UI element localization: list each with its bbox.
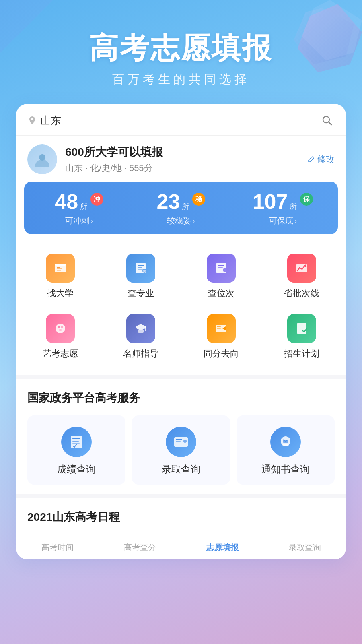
badge-rush: 冲 [90,193,103,206]
notice-query-label: 通知书查询 [261,463,310,476]
user-info: 600所大学可以填报 山东 · 化/史/地 · 555分 [65,144,307,174]
stats-banner: 48 所 冲 可冲刺 › 23 所 稳 较稳妥 › 107 [24,182,338,234]
tab-admission-query[interactable]: 录取查询 [263,540,346,555]
bottom-tabs: 高考时间 高考查分 志原填报 录取查询 [16,533,346,559]
stat-stable-number: 23 [157,191,180,212]
main-card: 山东 600所大学可以填报 山东 · 化/史/地 · 555分 修改 [16,104,346,559]
func-batch-line[interactable]: 省批次线 [261,246,342,307]
edit-button[interactable]: 修改 [307,153,335,165]
tab-volunteer-fill[interactable]: 志原填报 [181,540,263,555]
enrollment-plan-label: 招生计划 [284,348,319,360]
teacher-guide-icon [126,314,155,343]
search-bar: 山东 [16,104,346,136]
svg-rect-22 [223,268,226,272]
stat-rush-label: 可冲刺 › [28,215,130,226]
svg-rect-16 [138,269,143,270]
svg-rect-32 [145,326,146,331]
divider-1 [16,375,346,379]
svg-rect-39 [298,328,303,328]
divider-2 [16,494,346,498]
stat-stable[interactable]: 23 所 稳 较稳妥 › [130,191,232,226]
svg-rect-46 [176,439,182,440]
service-score-query[interactable]: 成绩查询 [27,415,125,485]
badge-stable: 稳 [192,193,205,206]
university-count: 600所大学可以填报 [65,144,307,160]
search-button[interactable] [319,113,335,128]
find-major-icon [126,254,155,283]
func-same-score[interactable]: 同分去向 [181,307,261,367]
func-find-rank[interactable]: 查位次 [181,246,261,307]
svg-rect-47 [176,441,181,442]
svg-line-6 [329,122,331,125]
service-admission-query[interactable]: 录取查询 [132,415,230,485]
svg-rect-40 [298,330,304,330]
svg-rect-38 [298,326,305,326]
stat-stable-label: 较稳妥 › [130,215,232,226]
admission-query-label: 录取查询 [162,463,200,476]
tab-score-check[interactable]: 高考查分 [99,540,181,555]
schedule-title: 2021山东高考日程 [27,510,335,525]
location-icon [27,116,37,125]
stat-safe-label: 可保底 › [232,215,334,226]
svg-point-27 [61,326,63,328]
svg-rect-12 [57,270,61,271]
svg-rect-41 [71,436,82,448]
svg-rect-48 [183,440,187,443]
stat-rush-number: 48 [55,191,78,212]
svg-rect-31 [138,330,144,333]
service-grid: 成绩查询 录取查询 [27,415,335,485]
svg-point-26 [58,326,60,328]
func-find-university[interactable]: 找大学 [20,246,101,307]
same-score-label: 同分去向 [204,348,239,360]
same-score-icon [207,314,236,343]
stat-rush-unit: 所 [80,202,87,211]
svg-rect-44 [72,443,80,444]
badge-safe: 保 [300,193,313,206]
svg-rect-20 [218,265,224,266]
svg-rect-15 [138,267,142,268]
gov-services-section: 国家政务平台高考服务 成绩查询 [16,379,346,494]
svg-rect-14 [138,265,144,266]
location-text: 山东 [40,114,319,128]
stat-safe[interactable]: 107 所 保 可保底 › [232,191,334,226]
svg-rect-35 [217,326,221,327]
stat-safe-number: 107 [253,191,288,212]
sub-title: 百万考生的共同选择 [0,71,362,88]
service-notice-query[interactable]: 通知书查询 [237,415,335,485]
stat-safe-unit: 所 [290,202,297,211]
score-query-icon [61,427,92,457]
chevron-icon-3: › [295,217,297,225]
main-title: 高考志愿填报 [0,32,362,64]
notice-query-icon [270,427,301,457]
art-volunteer-label: 艺考志愿 [43,348,78,360]
user-section: 600所大学可以填报 山东 · 化/史/地 · 555分 修改 [16,136,346,182]
svg-rect-11 [57,268,62,269]
svg-rect-21 [218,267,223,268]
svg-marker-30 [136,324,146,330]
svg-point-18 [143,270,146,272]
tab-exam-time[interactable]: 高考时间 [16,540,99,555]
batch-line-icon [287,254,316,283]
func-enrollment-plan[interactable]: 招生计划 [261,307,342,367]
svg-rect-51 [282,444,289,446]
func-find-major[interactable]: 查专业 [101,246,181,307]
svg-rect-42 [72,438,80,439]
chevron-icon: › [91,217,93,225]
svg-rect-36 [217,328,221,329]
teacher-guide-label: 名师指导 [123,348,158,360]
edit-label: 修改 [317,153,335,165]
func-art-volunteer[interactable]: 艺考志愿 [20,307,101,367]
gov-services-title: 国家政务平台高考服务 [27,390,335,406]
stat-rush[interactable]: 48 所 冲 可冲刺 › [28,191,130,226]
function-grid: 找大学 查专业 [16,242,346,375]
svg-point-4 [31,118,33,120]
header-area: 高考志愿填报 百万考生的共同选择 [0,0,362,104]
user-avatar [27,144,57,174]
svg-rect-43 [72,441,79,442]
score-query-label: 成绩查询 [57,463,96,476]
user-detail: 山东 · 化/史/地 · 555分 [65,162,307,174]
art-volunteer-icon [46,314,75,343]
func-teacher-guide[interactable]: 名师指导 [101,307,181,367]
find-rank-label: 查位次 [208,287,234,299]
batch-line-label: 省批次线 [284,287,319,299]
